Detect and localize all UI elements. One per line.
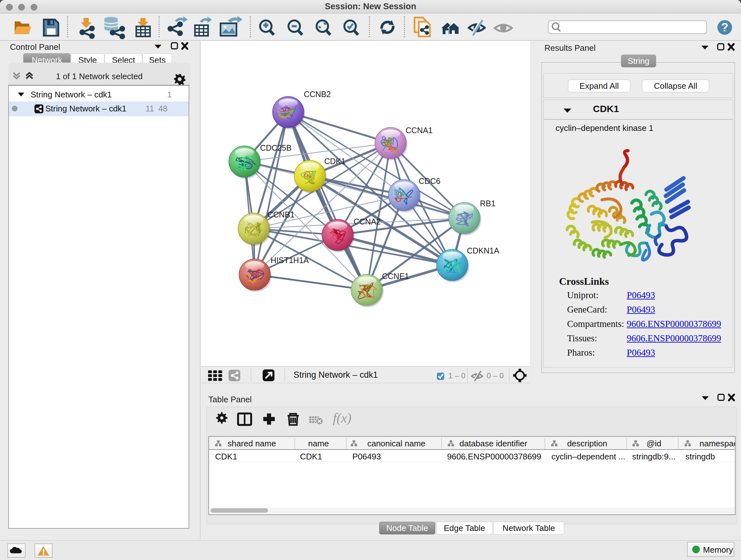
svg-text:canonical name: canonical name (367, 439, 425, 448)
svg-text:f(x): f(x) (333, 411, 351, 426)
svg-text:CCNA2: CCNA2 (354, 217, 381, 226)
svg-text:CDC6: CDC6 (419, 177, 441, 186)
svg-text:P06493: P06493 (352, 452, 381, 461)
svg-text:CDK1: CDK1 (300, 452, 322, 461)
svg-text:CCNA1: CCNA1 (406, 126, 433, 135)
svg-text:database identifier: database identifier (460, 439, 528, 448)
svg-text:name: name (308, 439, 329, 448)
svg-text:CCNB1: CCNB1 (267, 210, 294, 219)
svg-text:9606.ENSP00000378699: 9606.ENSP00000378699 (447, 452, 541, 461)
svg-text:stringdb:9...: stringdb:9... (632, 452, 676, 461)
svg-text:HIST1H1A: HIST1H1A (271, 256, 309, 265)
svg-text:cyclin–dependent ...: cyclin–dependent ... (551, 452, 625, 461)
svg-text:stringdb: stringdb (685, 452, 715, 461)
svg-text:CDKN1A: CDKN1A (467, 246, 499, 255)
svg-text:CCNB2: CCNB2 (304, 90, 331, 99)
svg-text:CDK1: CDK1 (324, 157, 346, 166)
svg-text:RB1: RB1 (480, 199, 495, 208)
svg-text:namespac: namespac (699, 439, 735, 448)
svg-text:?: ? (721, 21, 728, 34)
svg-text:1 – 0: 1 – 0 (448, 371, 465, 380)
svg-text:0 – 0: 0 – 0 (487, 371, 503, 380)
svg-text:CDK1: CDK1 (215, 452, 237, 461)
svg-text:@id: @id (647, 439, 662, 448)
svg-text:CCNE1: CCNE1 (382, 272, 409, 281)
svg-text:description: description (567, 439, 607, 448)
svg-text:shared name: shared name (227, 439, 276, 448)
svg-text:CDC25B: CDC25B (260, 143, 292, 152)
